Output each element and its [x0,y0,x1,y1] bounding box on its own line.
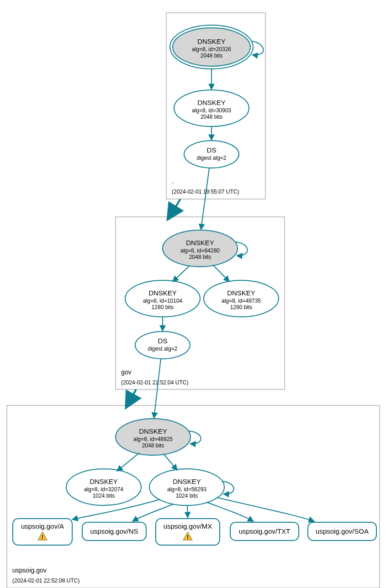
svg-text:2048 bits: 2048 bits [189,254,212,260]
edge-zone-gov-domain [129,389,136,402]
svg-text:alg=8, id=64280: alg=8, id=64280 [180,247,220,254]
svg-point-9 [184,141,239,168]
svg-text:alg=8, id=32074: alg=8, id=32074 [84,486,123,493]
edge-zsk2-mx [187,506,188,518]
zone-domain-label: uspsoig.gov [12,567,47,574]
svg-text:uspsoig.gov/SOA: uspsoig.gov/SOA [316,527,369,535]
edge-domksk-zsk1 [117,453,139,471]
svg-text:alg=8, id=48925: alg=8, id=48925 [133,436,173,442]
svg-text:uspsoig.gov/NS: uspsoig.gov/NS [90,527,138,535]
svg-text:1024 bits: 1024 bits [93,493,115,499]
svg-text:1024 bits: 1024 bits [176,493,198,499]
zone-domain-time: (2024-02-01 22:52:08 UTC) [12,578,79,584]
rr-ns: uspsoig.gov/NS [82,522,146,541]
node-root-zsk: DNSKEY alg=8, id=30903 2048 bits [174,90,249,126]
svg-text:DS: DS [207,146,217,154]
svg-text:alg=8, id=30903: alg=8, id=30903 [192,107,231,114]
svg-text:alg=8, id=56293: alg=8, id=56293 [167,486,206,493]
svg-text:DNSKEY: DNSKEY [173,478,201,485]
node-root-ds: DS digest alg=2 [184,141,239,168]
svg-text:2048 bits: 2048 bits [201,52,223,59]
svg-text:alg=8, id=20326: alg=8, id=20326 [192,46,231,52]
zone-root-label: . [172,178,174,185]
svg-text:DNSKEY: DNSKEY [139,427,167,435]
dnssec-graph: . (2024-02-01 19:55:07 UTC) DNSKEY alg=8… [0,0,386,588]
node-dom-zsk1: DNSKEY alg=8, id=32074 1024 bits [66,469,141,505]
svg-text:digest alg=2: digest alg=2 [196,155,226,161]
edge-domksk-zsk2 [164,454,177,470]
rr-txt: uspsoig.gov/TXT [230,522,299,541]
svg-text:DNSKEY: DNSKEY [90,478,118,485]
node-gov-zsk2: DNSKEY alg=8, id=49735 1280 bits [204,280,279,317]
node-gov-zsk1: DNSKEY alg=8, id=10104 1280 bits [125,280,200,317]
zone-gov-label: gov [121,368,132,376]
svg-text:DNSKEY: DNSKEY [227,289,255,297]
svg-text:2048 bits: 2048 bits [201,114,223,120]
svg-text:DNSKEY: DNSKEY [148,289,177,297]
edge-govksk-zsk2 [213,265,229,282]
svg-text:1280 bits: 1280 bits [152,304,174,310]
rr-mx: uspsoig.gov/MX ! [156,519,220,545]
edge-zone-root-gov [171,199,180,214]
svg-text:DNSKEY: DNSKEY [197,37,226,45]
edge-govksk-zsk1 [173,266,190,282]
edge-zsk2-soa [217,498,314,521]
rr-soa: uspsoig.gov/SOA [308,522,376,541]
node-dom-zsk2: DNSKEY alg=8, id=56293 1024 bits [149,469,234,505]
svg-text:DS: DS [158,337,168,345]
edge-govds-domksk [154,359,161,418]
svg-text:alg=8, id=49735: alg=8, id=49735 [222,298,261,304]
svg-point-24 [135,331,190,359]
svg-text:DNSKEY: DNSKEY [186,239,214,247]
svg-text:2048 bits: 2048 bits [142,442,164,449]
svg-text:alg=8, id=10104: alg=8, id=10104 [143,298,182,304]
svg-text:!: ! [42,534,43,541]
svg-text:digest alg=2: digest alg=2 [148,346,177,352]
node-gov-ksk: DNSKEY alg=8, id=64280 2048 bits [163,230,248,267]
node-root-ksk: DNSKEY alg=8, id=20326 2048 bits [170,25,264,69]
svg-text:uspsoig.gov/MX: uspsoig.gov/MX [164,522,212,530]
svg-text:1280 bits: 1280 bits [230,304,253,310]
svg-text:uspsoig.gov/TXT: uspsoig.gov/TXT [239,527,291,535]
svg-text:uspsoig.gov/A: uspsoig.gov/A [21,522,64,530]
node-gov-ds: DS digest alg=2 [135,331,190,359]
zone-gov-time: (2024-02-01 22:52:04 UTC) [121,379,188,386]
rr-a: uspsoig.gov/A ! [13,519,72,545]
svg-text:DNSKEY: DNSKEY [197,99,226,106]
svg-text:!: ! [187,534,189,541]
node-dom-ksk: DNSKEY alg=8, id=48925 2048 bits [116,419,201,455]
